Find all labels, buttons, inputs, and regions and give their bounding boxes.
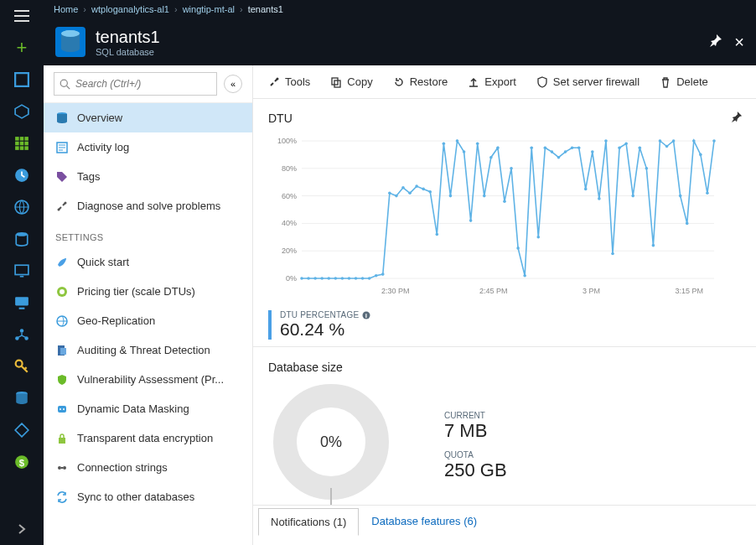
nav-label: Quick start bbox=[77, 256, 129, 268]
rail-all-resources[interactable] bbox=[0, 127, 44, 159]
create-resource-button[interactable]: + bbox=[0, 32, 44, 64]
delete-button[interactable]: Delete bbox=[660, 75, 708, 88]
breadcrumb-item[interactable]: wtploganalytics-al1 bbox=[91, 4, 169, 14]
svg-point-115 bbox=[679, 195, 682, 198]
pin-icon bbox=[709, 34, 722, 47]
nav-data-masking[interactable]: Dynamic Data Masking bbox=[44, 394, 252, 423]
pin-blade-button[interactable] bbox=[709, 34, 722, 51]
collapse-nav-button[interactable]: « bbox=[224, 75, 242, 93]
svg-rect-2 bbox=[20, 137, 24, 141]
tab-database-features[interactable]: Database features (6) bbox=[359, 507, 489, 535]
pin-chart-button[interactable] bbox=[731, 111, 743, 126]
nav-tde[interactable]: Transparent data encryption bbox=[44, 423, 252, 453]
nav-diagnose[interactable]: Diagnose and solve problems bbox=[44, 191, 252, 221]
svg-point-40 bbox=[277, 77, 279, 80]
bottom-tabs: Notifications (1) Database features (6) bbox=[253, 505, 756, 535]
nav-label: Tags bbox=[77, 170, 100, 183]
restore-button[interactable]: Restore bbox=[393, 75, 448, 88]
rail-azure-ad[interactable] bbox=[0, 414, 44, 446]
svg-point-110 bbox=[645, 167, 649, 170]
svg-point-89 bbox=[503, 200, 506, 203]
export-button[interactable]: Export bbox=[468, 75, 516, 88]
svg-text:3 PM: 3 PM bbox=[583, 287, 600, 295]
svg-point-78 bbox=[428, 190, 432, 194]
svg-point-23 bbox=[61, 30, 80, 37]
dtu-line-chart[interactable]: 100%80%60%40%20%0%2:30 PM2:45 PM3 PM3:15… bbox=[268, 134, 721, 302]
nav-quick-start[interactable]: Quick start bbox=[44, 247, 252, 277]
chevron-right-icon bbox=[18, 523, 26, 535]
svg-point-82 bbox=[456, 139, 459, 143]
svg-point-12 bbox=[16, 232, 28, 236]
svg-point-72 bbox=[388, 192, 391, 195]
dtu-title: DTU bbox=[268, 112, 293, 125]
svg-point-74 bbox=[401, 186, 405, 189]
rail-load-balancers[interactable] bbox=[0, 319, 44, 350]
resource-header: tenants1 SQL database × bbox=[44, 18, 756, 65]
svg-point-103 bbox=[598, 197, 601, 200]
svg-point-117 bbox=[692, 139, 696, 143]
quota-value: 250 GB bbox=[444, 459, 507, 481]
shield-icon bbox=[55, 373, 69, 387]
svg-point-109 bbox=[638, 146, 641, 149]
breadcrumb-sep: › bbox=[174, 4, 178, 14]
svg-rect-5 bbox=[20, 142, 24, 146]
firewall-button[interactable]: Set server firewall bbox=[536, 75, 639, 88]
nav-section-settings: SETTINGS bbox=[44, 221, 252, 247]
nav-pricing-tier[interactable]: Pricing tier (scale DTUs) bbox=[44, 277, 252, 306]
command-bar: Tools Copy Restore Export Set server fir… bbox=[253, 65, 756, 99]
nav-auditing[interactable]: Auditing & Threat Detection bbox=[44, 335, 252, 365]
svg-point-96 bbox=[551, 150, 554, 153]
nav-overview[interactable]: Overview bbox=[44, 103, 252, 132]
hamburger-menu[interactable] bbox=[0, 0, 44, 32]
svg-point-71 bbox=[381, 272, 385, 276]
svg-point-84 bbox=[469, 219, 473, 222]
svg-point-111 bbox=[652, 244, 655, 247]
rail-resource-groups[interactable] bbox=[0, 96, 44, 127]
svg-point-113 bbox=[665, 145, 669, 148]
nav-connection-strings[interactable]: Connection strings bbox=[44, 453, 252, 482]
rail-sql-servers[interactable] bbox=[0, 382, 44, 414]
svg-point-24 bbox=[60, 80, 67, 86]
svg-rect-8 bbox=[20, 146, 24, 150]
svg-point-62 bbox=[320, 277, 324, 280]
rail-keys[interactable] bbox=[0, 350, 44, 382]
rail-cost[interactable]: $ bbox=[0, 446, 44, 478]
breadcrumb-home[interactable]: Home bbox=[54, 4, 78, 14]
nav-activity-log[interactable]: Activity log bbox=[44, 132, 252, 162]
rail-dashboard[interactable] bbox=[0, 64, 44, 96]
rail-monitor[interactable] bbox=[0, 287, 44, 319]
nav-label: Diagnose and solve problems bbox=[77, 200, 220, 212]
breadcrumb: Home › wtploganalytics-al1 › wingtip-mt-… bbox=[44, 0, 756, 18]
tab-notifications[interactable]: Notifications (1) bbox=[258, 508, 359, 536]
svg-text:80%: 80% bbox=[282, 164, 297, 173]
copy-button[interactable]: Copy bbox=[330, 75, 372, 88]
rail-expand[interactable] bbox=[0, 513, 44, 545]
nav-label: Connection strings bbox=[77, 461, 168, 474]
dtu-chart-card: DTU 100%80%60%40%20%0%2:30 PM2:45 PM3 PM… bbox=[268, 111, 743, 340]
rail-app-services[interactable] bbox=[0, 191, 44, 223]
close-blade-button[interactable]: × bbox=[734, 33, 744, 52]
info-icon[interactable]: i bbox=[362, 311, 370, 319]
breadcrumb-sep: › bbox=[240, 4, 243, 14]
nav-geo-replication[interactable]: Geo-Replication bbox=[44, 306, 252, 335]
tools-button[interactable]: Tools bbox=[268, 75, 310, 88]
dbsize-donut[interactable]: 0% bbox=[268, 379, 394, 505]
blade-search[interactable] bbox=[54, 72, 217, 96]
auditing-icon bbox=[55, 344, 69, 357]
main-region: Home › wtploganalytics-al1 › wingtip-mt-… bbox=[44, 0, 756, 545]
rail-virtual-machines[interactable] bbox=[0, 255, 44, 287]
globe-icon bbox=[14, 200, 29, 215]
blade-search-input[interactable] bbox=[75, 78, 211, 90]
svg-rect-37 bbox=[59, 438, 65, 444]
rail-sql-databases[interactable] bbox=[0, 223, 44, 255]
rail-recent[interactable] bbox=[0, 159, 44, 191]
svg-point-91 bbox=[516, 247, 520, 250]
svg-point-63 bbox=[327, 277, 330, 280]
svg-point-39 bbox=[63, 466, 66, 470]
nav-sync[interactable]: Sync to other databases bbox=[44, 482, 252, 511]
nav-tags[interactable]: Tags bbox=[44, 162, 252, 191]
breadcrumb-item[interactable]: wingtip-mt-al bbox=[183, 4, 235, 14]
svg-point-73 bbox=[395, 195, 398, 198]
nav-vulnerability[interactable]: Vulnerability Assessment (Pr... bbox=[44, 365, 252, 394]
svg-point-36 bbox=[63, 408, 65, 410]
